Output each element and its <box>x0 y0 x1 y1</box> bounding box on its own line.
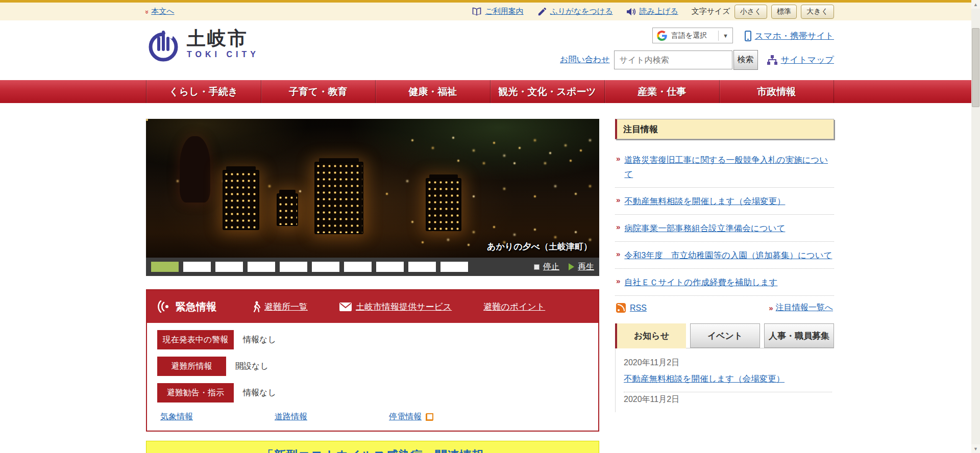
evacuation-points-link[interactable]: 避難のポイント <box>483 301 545 313</box>
site-title-en: TOKI CITY <box>187 50 259 59</box>
slider-pager: 停止 再生 <box>146 258 599 276</box>
slide-indicator[interactable] <box>408 262 436 272</box>
play-button[interactable]: 再生 <box>578 262 594 272</box>
running-person-icon <box>252 301 260 312</box>
list-item: » 自社ＥＣサイトの作成経費を補助します <box>615 269 834 296</box>
mobile-site-group: スマホ・携帯サイト <box>745 30 834 42</box>
emergency-title-group: 緊急情報 <box>157 300 216 314</box>
evacuation-order-row: 避難勧告・指示 情報なし <box>157 383 389 402</box>
furigana-link-group: ふりがなをつける <box>537 7 613 16</box>
site-logo[interactable]: 土岐市 TOKI CITY <box>147 29 259 62</box>
arrow-icon: » <box>616 154 620 181</box>
language-select[interactable]: 言語を選択 ▼ <box>652 28 733 43</box>
skip-to-content: » 本文へ <box>146 7 175 16</box>
toki-city-emblem-icon <box>147 29 180 62</box>
attention-link[interactable]: 道路災害復旧工事に関する一般競争入札の実施について <box>624 153 833 181</box>
search-button[interactable]: 検索 <box>733 50 758 70</box>
external-link-icon <box>426 413 433 421</box>
skip-link[interactable]: 本文へ <box>151 7 174 16</box>
stop-icon <box>534 264 540 270</box>
arrow-icon: » <box>616 276 620 289</box>
readaloud-link[interactable]: 読み上げる <box>640 7 678 16</box>
attention-link[interactable]: 不動産無料相談を開催します（会場変更） <box>624 194 785 208</box>
font-size-smaller-button[interactable]: 小さく <box>734 5 768 19</box>
page-scrollbar: ▲ ▼ <box>971 0 980 453</box>
font-size-label: 文字サイズ <box>692 7 730 16</box>
play-control: 再生 <box>569 262 594 272</box>
road-info-link[interactable]: 道路情報 <box>275 412 307 422</box>
slide-indicator[interactable] <box>440 262 468 272</box>
nav-item-shisei[interactable]: 市政情報 <box>719 80 835 103</box>
evacuation-order-button[interactable]: 避難勧告・指示 <box>157 383 234 402</box>
mobile-site-link[interactable]: スマホ・携帯サイト <box>755 30 834 42</box>
attention-link[interactable]: 令和3年度 市立幼稚園等の入園（追加募集）について <box>624 248 832 262</box>
nav-item-kenko[interactable]: 健康・福祉 <box>375 80 490 103</box>
evacuation-order-value: 情報なし <box>243 388 276 398</box>
speaker-icon <box>626 7 636 16</box>
warning-status-row: 現在発表中の警報 情報なし <box>157 330 389 349</box>
sitemap-icon <box>767 55 777 65</box>
evacuation-points-group: 避難のポイント <box>483 301 545 313</box>
rss-link[interactable]: RSS <box>630 304 647 313</box>
nav-item-kanko[interactable]: 観光・文化・スポーツ <box>490 80 605 103</box>
readaloud-link-group: 読み上げる <box>626 7 678 16</box>
scroll-up-button[interactable]: ▲ <box>971 0 980 9</box>
arrow-icon: » <box>616 249 620 262</box>
shelter-status-value: 開設なし <box>235 361 268 372</box>
slide-indicator[interactable] <box>376 262 404 272</box>
weather-info-link[interactable]: 気象情報 <box>160 412 193 422</box>
slide-indicator[interactable] <box>344 262 372 272</box>
shelter-info-button[interactable]: 避難所情報 <box>157 357 226 376</box>
contact-link[interactable]: お問い合わせ <box>560 55 610 65</box>
skip-arrow-icon: » <box>143 10 151 13</box>
power-outage-link[interactable]: 停電情報 <box>389 412 422 422</box>
site-header: 土岐市 TOKI CITY 言語を選択 ▼ スマホ・携帯サイト お問い合わせ 検… <box>0 20 980 80</box>
tab-event[interactable]: イベント <box>690 323 760 348</box>
global-nav: くらし・手続き 子育て・教育 健康・福祉 観光・文化・スポーツ 産業・仕事 市政… <box>0 80 980 103</box>
google-translate-icon <box>657 31 667 41</box>
slide-indicator[interactable] <box>280 262 307 272</box>
font-size-standard-button[interactable]: 標準 <box>771 5 797 19</box>
attention-list: » 道路災害復旧工事に関する一般競争入札の実施について » 不動産無料相談を開催… <box>615 146 834 296</box>
slider-photo: あかりの夕べ（土岐津町） <box>146 119 599 258</box>
shelter-list-link[interactable]: 避難所一覧 <box>264 301 308 313</box>
slide-indicator[interactable] <box>215 262 243 272</box>
news-link[interactable]: 不動産無料相談を開催します（会場変更） <box>624 373 785 385</box>
list-item: » 令和3年度 市立幼稚園等の入園（追加募集）について <box>615 242 834 269</box>
tab-oshirase[interactable]: お知らせ <box>615 323 686 348</box>
corona-info-link[interactable]: 「新型コロナウイルス感染症」関連情報 <box>261 447 484 453</box>
scrollbar-thumb[interactable] <box>972 28 979 107</box>
search-input[interactable] <box>614 51 732 69</box>
current-warnings-button[interactable]: 現在発表中の警報 <box>157 330 234 349</box>
book-icon <box>472 7 482 16</box>
scroll-down-button[interactable]: ▼ <box>971 444 980 453</box>
emergency-info-box: 緊急情報 避難所一覧 土岐 <box>146 289 599 432</box>
slide-indicator[interactable] <box>312 262 339 272</box>
attention-more-group: » 注目情報一覧へ <box>769 303 833 313</box>
info-service-link[interactable]: 土岐市情報提供サービス <box>356 301 452 313</box>
furigana-link[interactable]: ふりがなをつける <box>550 7 613 16</box>
slide-indicator[interactable] <box>248 262 275 272</box>
font-size-larger-button[interactable]: 大きく <box>801 5 834 19</box>
slide-caption: あかりの夕べ（土岐津町） <box>487 241 592 253</box>
slide-indicator[interactable] <box>151 262 179 272</box>
shelter-list-group: 避難所一覧 <box>252 301 308 313</box>
list-item: » 病院事業一部事務組合設立準備会について <box>615 215 834 242</box>
attention-link[interactable]: 病院事業一部事務組合設立準備会について <box>624 221 785 235</box>
phone-icon <box>745 31 751 41</box>
person-silhouette <box>180 136 210 203</box>
envelope-icon <box>339 303 352 311</box>
corona-banner: 「新型コロナウイルス感染症」関連情報 <box>146 441 599 453</box>
nav-item-kurashi[interactable]: くらし・手続き <box>146 80 261 103</box>
guide-link[interactable]: ご利用案内 <box>485 7 523 16</box>
sitemap-link[interactable]: サイトマップ <box>781 54 834 66</box>
nav-item-sangyo[interactable]: 産業・仕事 <box>604 80 719 103</box>
nav-item-kosodate[interactable]: 子育て・教育 <box>261 80 376 103</box>
play-icon <box>569 263 574 270</box>
attention-link[interactable]: 自社ＥＣサイトの作成経費を補助します <box>624 275 777 289</box>
stop-button[interactable]: 停止 <box>543 262 559 272</box>
tab-recruit[interactable]: 人事・職員募集 <box>764 323 834 348</box>
attention-more-link[interactable]: 注目情報一覧へ <box>776 303 833 313</box>
slide-indicator[interactable] <box>183 262 211 272</box>
news-date: 2020年11月2日 <box>624 358 832 368</box>
